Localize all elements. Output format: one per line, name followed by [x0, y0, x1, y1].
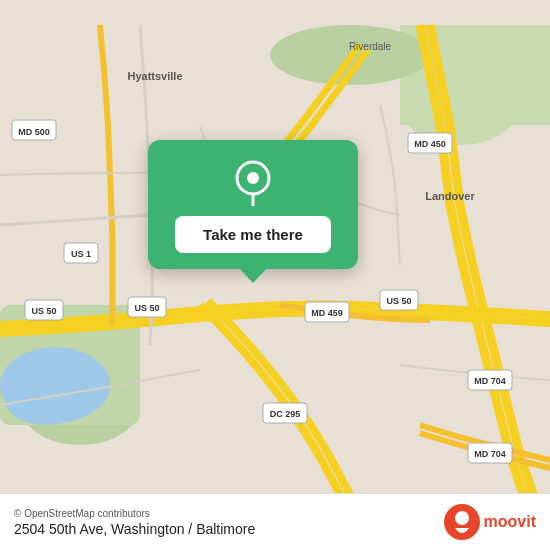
svg-text:MD 459: MD 459 [311, 308, 343, 318]
svg-text:Riverdale: Riverdale [349, 41, 392, 52]
svg-text:US 1: US 1 [71, 249, 91, 259]
moovit-icon [444, 504, 480, 540]
pin-icon [229, 158, 277, 206]
svg-text:US 50: US 50 [386, 296, 411, 306]
svg-text:MD 704: MD 704 [474, 449, 506, 459]
svg-text:MD 500: MD 500 [18, 127, 50, 137]
moovit-logo: moovit [444, 504, 536, 540]
bottom-bar: © OpenStreetMap contributors 2504 50th A… [0, 493, 550, 550]
svg-point-35 [455, 511, 469, 525]
copyright-text: © OpenStreetMap contributors [14, 508, 255, 519]
svg-text:MD 704: MD 704 [474, 376, 506, 386]
svg-text:US 50: US 50 [31, 306, 56, 316]
bottom-bar-info: © OpenStreetMap contributors 2504 50th A… [14, 508, 255, 537]
svg-text:Landover: Landover [425, 190, 475, 202]
map-container: MD 500 US 1 MD 450 US 50 US 50 US 50 MD … [0, 0, 550, 550]
svg-text:MD 450: MD 450 [414, 139, 446, 149]
svg-text:DC 295: DC 295 [270, 409, 301, 419]
take-me-there-button[interactable]: Take me there [175, 216, 331, 253]
svg-text:Hyattsville: Hyattsville [127, 70, 182, 82]
address-text: 2504 50th Ave, Washington / Baltimore [14, 521, 255, 537]
svg-point-8 [5, 375, 85, 425]
map-svg: MD 500 US 1 MD 450 US 50 US 50 US 50 MD … [0, 0, 550, 550]
location-popup: Take me there [148, 140, 358, 269]
svg-point-33 [247, 172, 259, 184]
moovit-brand-text: moovit [484, 513, 536, 531]
svg-text:US 50: US 50 [134, 303, 159, 313]
